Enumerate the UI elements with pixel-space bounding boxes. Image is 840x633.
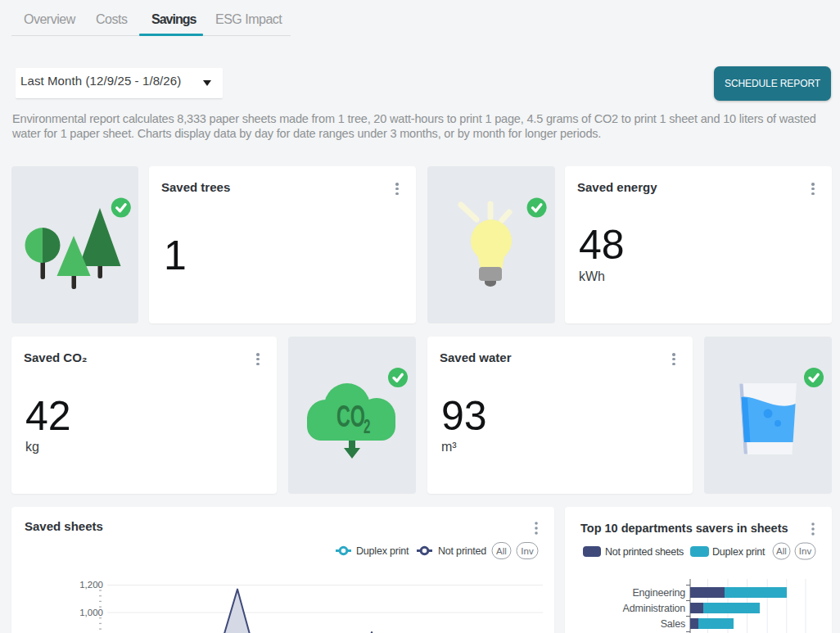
svg-text:2: 2 xyxy=(364,415,370,436)
svg-text:Not printed: Not printed xyxy=(438,545,486,557)
svg-text:Top 10 departments savers in s: Top 10 departments savers in sheets xyxy=(580,522,788,535)
svg-text:Duplex print: Duplex print xyxy=(712,546,765,558)
svg-text:CO: CO xyxy=(336,399,365,433)
svg-text:1,200: 1,200 xyxy=(79,580,103,590)
svg-text:Inv: Inv xyxy=(799,546,812,556)
svg-text:1,000: 1,000 xyxy=(79,608,103,617)
svg-text:Duplex print: Duplex print xyxy=(356,545,409,557)
svg-text:Not printed sheets: Not printed sheets xyxy=(605,546,684,558)
svg-text:Inv: Inv xyxy=(521,546,534,556)
svg-text:Engineering: Engineering xyxy=(632,587,685,599)
svg-text:Sales: Sales xyxy=(661,618,685,630)
svg-text:Saved sheets: Saved sheets xyxy=(25,519,103,533)
svg-text:All: All xyxy=(776,546,787,556)
svg-text:All: All xyxy=(496,546,507,556)
svg-text:Administration: Administration xyxy=(623,603,686,614)
